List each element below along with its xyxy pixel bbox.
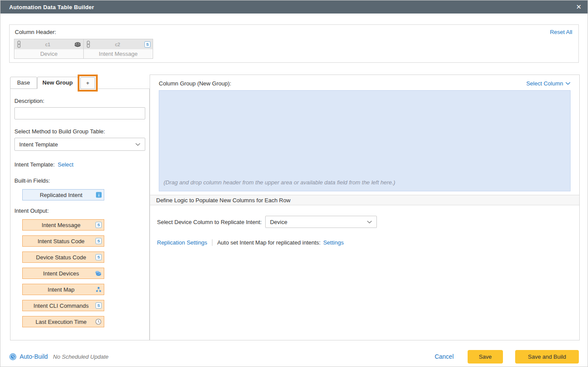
close-icon[interactable]: ✕ [576,0,581,14]
intent-template-select-link[interactable]: Select [58,161,73,168]
string-type-icon: S [96,222,102,228]
column-drop-zone[interactable]: (Drag and drop column header from the up… [159,90,571,191]
field-chip-replicated-intent[interactable]: Replicated Intent i [22,189,104,200]
auto-build-link[interactable]: Auto-Build [20,353,48,360]
field-chip-intent-cli-commands[interactable]: Intent CLI Commands S [22,300,104,311]
chevron-down-icon [367,221,372,224]
column-chips-row: c1 Device c2 S Intent Message [14,39,153,59]
column-group-label: Column Group (New Group): [159,80,231,87]
logic-section-content: Select Device Column to Replicate Intent… [150,205,579,246]
intent-template-row: Intent Template: Select [14,161,145,168]
divider [212,239,212,246]
group-settings-panel: Description: Select Method to Build Grou… [10,88,150,340]
column-header-label: Column Header: [15,29,56,35]
link-icon [17,41,21,48]
column-group-panel: Column Group (New Group): Select Column … [150,75,580,340]
tab-new-group[interactable]: New Group [37,77,78,89]
save-and-build-button[interactable]: Save and Build [515,350,579,364]
intent-output-label: Intent Output: [14,207,145,214]
chevron-down-icon [135,143,140,146]
select-column-dropdown[interactable]: Select Column [526,80,571,87]
string-type-icon: S [144,41,150,48]
column-name: Intent Message [84,49,153,58]
reset-all-link[interactable]: Reset All [550,29,572,35]
tab-base[interactable]: Base [10,77,37,89]
string-type-icon: S [96,254,102,260]
devices-type-icon [95,271,102,276]
built-in-fields-label: Built-in Fields: [14,177,145,184]
column-chip-intent-message[interactable]: c2 S Intent Message [83,39,153,59]
map-type-icon [96,287,102,292]
column-group-header: Column Group (New Group): Select Column [150,75,579,90]
column-name: Device [14,49,83,58]
field-chip-intent-status-code[interactable]: Intent Status Code S [22,235,104,247]
description-label: Description: [14,98,145,104]
method-select-value: Intent Template [19,141,135,148]
device-column-select-value: Device [270,219,367,225]
method-select[interactable]: Intent Template [14,138,145,151]
add-tab-highlight: + [78,75,98,92]
column-id: c2 [91,42,144,47]
link-icon [86,41,91,48]
string-type-icon: S [96,302,102,309]
auto-build-clock-icon [9,353,17,360]
column-header-section: Column Header: Reset All c1 Device [9,24,579,63]
dialog-title: Automation Data Table Builder [9,4,94,10]
string-type-icon: S [96,238,102,244]
chevron-down-icon [565,82,571,85]
replication-settings-link[interactable]: Replication Settings [157,239,207,246]
intent-template-label: Intent Template: [14,161,55,168]
cancel-button[interactable]: Cancel [434,353,454,360]
field-chip-intent-devices[interactable]: Intent Devices [22,268,104,279]
auto-set-intent-map-label: Auto set Intent Map for replicated inten… [217,239,321,246]
drop-zone-hint: (Drag and drop column header from the up… [164,179,395,186]
column-id: c1 [21,42,74,47]
schedule-status: No Scheduled Update [53,353,109,360]
device-type-icon [74,42,81,47]
column-chip-device[interactable]: c1 Device [14,39,84,59]
intent-type-icon: i [96,192,102,198]
field-chip-last-execution-time[interactable]: Last Execution Time [22,316,104,327]
field-chip-intent-map[interactable]: Intent Map [22,284,104,295]
field-chip-intent-message[interactable]: Intent Message S [22,219,104,231]
save-button[interactable]: Save [468,350,503,364]
description-input[interactable] [14,107,145,119]
time-type-icon [95,319,102,325]
device-column-select[interactable]: Device [265,216,377,228]
dialog-footer: Auto-Build No Scheduled Update Cancel Sa… [0,340,588,367]
automation-data-table-builder-dialog: Automation Data Table Builder ✕ Column H… [0,0,588,367]
dialog-titlebar: Automation Data Table Builder ✕ [0,0,588,14]
add-group-tab[interactable]: + [80,77,95,89]
field-chip-device-status-code[interactable]: Device Status Code S [22,251,104,263]
method-label: Select Method to Build Group Table: [14,128,145,135]
logic-section-header: Define Logic to Populate New Columns for… [150,195,579,205]
device-column-label: Select Device Column to Replicate Intent… [157,219,262,225]
intent-map-settings-link[interactable]: Settings [323,239,344,246]
